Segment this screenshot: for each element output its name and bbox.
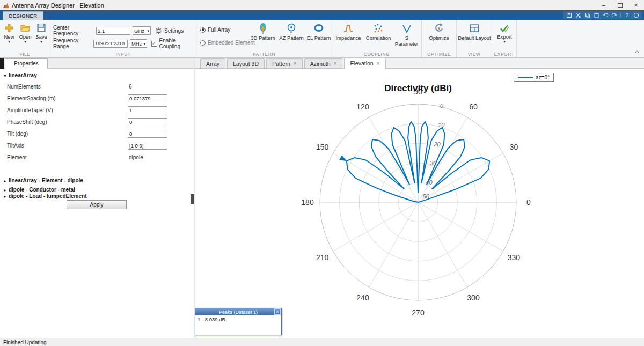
- quick-access-toolbar: ?: [563, 11, 642, 19]
- sparameter-icon: [401, 23, 412, 34]
- amplitudetaper-input[interactable]: [128, 106, 167, 114]
- correlation-button[interactable]: Correlation: [363, 23, 393, 41]
- 3d-pattern-button[interactable]: 3D Pattern: [250, 23, 276, 41]
- community-icon[interactable]: [632, 11, 640, 19]
- close-icon[interactable]: ×: [334, 61, 337, 67]
- correlation-icon: [373, 23, 384, 34]
- tab-elevation[interactable]: Elevation×: [344, 58, 385, 69]
- element-value[interactable]: dipole: [129, 154, 143, 160]
- settings-button[interactable]: Settings: [164, 28, 184, 34]
- file-section-label: FILE: [0, 51, 50, 57]
- close-button[interactable]: ×: [628, 0, 644, 10]
- apply-button[interactable]: Apply: [67, 200, 127, 209]
- group-header-load-lumpedelement[interactable]: ►dipole - Load - lumpedElement: [3, 193, 87, 199]
- ribbon-section-view: Default Layout VIEW: [457, 20, 492, 57]
- center-frequency-input[interactable]: [96, 27, 130, 35]
- svg-text:30: 30: [510, 143, 518, 151]
- open-button[interactable]: Open ▾: [18, 23, 33, 43]
- export-caret-icon: ▾: [503, 40, 506, 43]
- prop-row-tiltaxis: TiltAxis: [0, 142, 194, 150]
- prop-row-element: Element dipole: [0, 153, 194, 162]
- group-header-element-dipole[interactable]: ►linearArray - Element - dipole: [3, 178, 83, 183]
- tab-designer[interactable]: DESIGNER: [3, 11, 43, 20]
- copy-icon[interactable]: [583, 11, 591, 19]
- panel-splitter-handle[interactable]: [191, 194, 194, 204]
- close-icon: ×: [634, 1, 638, 9]
- tab-azimuth[interactable]: Azimuth×: [304, 58, 343, 68]
- new-caret-icon: ▾: [8, 40, 10, 43]
- save-button[interactable]: Save ▾: [34, 23, 49, 43]
- sparameter-button[interactable]: S Parameter: [393, 23, 420, 47]
- svg-text:240: 240: [356, 293, 369, 302]
- close-icon[interactable]: ×: [377, 61, 380, 67]
- svg-text:0: 0: [440, 102, 444, 109]
- svg-text:-10: -10: [436, 122, 445, 128]
- tab-pattern[interactable]: Pattern×: [266, 58, 303, 68]
- cut-icon[interactable]: [574, 11, 582, 19]
- undo-icon[interactable]: [601, 11, 610, 19]
- peaks-window[interactable]: Peaks (Dataset 1) × 1: -8.039 dB: [195, 308, 282, 335]
- prop-row-elementspacing: ElementSpacing (m): [0, 94, 194, 103]
- default-layout-button[interactable]: Default Layout: [457, 23, 492, 41]
- impedance-button[interactable]: Impedance: [334, 23, 362, 41]
- peaks-title-bar[interactable]: Peaks (Dataset 1) ×: [195, 308, 281, 315]
- tab-array[interactable]: Array: [200, 58, 225, 68]
- polar-plot[interactable]: 03060901201501802102402703003300-10-20-3…: [195, 69, 644, 338]
- embedded-element-radio[interactable]: Embedded Element: [200, 40, 255, 46]
- open-caret-icon: ▾: [24, 40, 26, 43]
- svg-text:180: 180: [301, 198, 314, 207]
- save-disk-icon: [36, 23, 47, 33]
- frequency-range-unit-dropdown[interactable]: MHz ▾: [130, 39, 147, 48]
- group-header-conductor-metal[interactable]: ►dipole - Conductor - metal: [3, 187, 75, 193]
- redo-icon[interactable]: [610, 11, 619, 19]
- default-layout-icon: [469, 23, 480, 34]
- enable-coupling-checkbox[interactable]: ✓: [151, 41, 157, 47]
- tab-layout-3d[interactable]: Layout 3D: [227, 58, 265, 68]
- save-icon[interactable]: [565, 11, 573, 19]
- elementspacing-input[interactable]: [128, 94, 167, 102]
- unit-caret-icon: ▾: [147, 30, 149, 32]
- plot-legend: az=0°: [514, 73, 554, 82]
- help-icon[interactable]: ?: [623, 11, 631, 19]
- optimize-section-label: OPTIMIZE: [422, 51, 456, 57]
- collapse-toolstrip-button[interactable]: [635, 50, 640, 54]
- status-bar: Finished Updating: [0, 338, 644, 346]
- ribbon-section-optimize: Optimize OPTIMIZE: [422, 20, 457, 57]
- window-controls: – ×: [596, 0, 644, 10]
- group-header-lineararray[interactable]: ▼linearArray: [3, 72, 37, 78]
- paste-icon[interactable]: [592, 11, 601, 19]
- close-icon[interactable]: ×: [294, 61, 297, 67]
- new-button[interactable]: New ▾: [2, 23, 17, 43]
- el-pattern-button[interactable]: EL Pattern: [306, 23, 331, 41]
- phaseshift-input[interactable]: [128, 118, 167, 126]
- svg-text:0: 0: [526, 198, 531, 207]
- tilt-input[interactable]: [128, 130, 167, 138]
- open-icon: [20, 23, 31, 33]
- maximize-button[interactable]: [612, 0, 628, 10]
- az-pattern-button[interactable]: AZ Pattern: [277, 23, 305, 41]
- optimize-button[interactable]: Optimize: [425, 23, 453, 41]
- expanded-icon: ▼: [3, 74, 7, 78]
- status-text: Finished Updating: [3, 340, 47, 345]
- radio-selected-icon: [200, 27, 206, 33]
- peaks-close-button[interactable]: ×: [274, 308, 281, 315]
- frequency-range-label: Frequency Range: [53, 38, 91, 49]
- prop-row-tilt: Tilt (deg): [0, 130, 194, 138]
- pattern-section-label: PATTERN: [196, 51, 332, 57]
- ribbon-section-pattern: Full Array Embedded Element 3D Pattern: [196, 20, 332, 57]
- maximize-icon: [618, 3, 623, 8]
- full-array-radio[interactable]: Full Array: [200, 27, 230, 33]
- unit-caret-icon: ▾: [144, 42, 146, 45]
- tab-properties[interactable]: Properties: [5, 58, 48, 69]
- main-area: Properties ▼linearArray NumElements 6 El…: [0, 58, 644, 338]
- svg-text:Directivity (dBi): Directivity (dBi): [384, 83, 452, 93]
- export-button[interactable]: Export ▾: [493, 23, 516, 43]
- frequency-range-input[interactable]: [93, 40, 128, 48]
- save-caret-icon: ▾: [40, 40, 42, 43]
- matlab-app-icon: [3, 2, 9, 9]
- center-frequency-unit-dropdown[interactable]: GHz ▾: [133, 26, 151, 35]
- tiltaxis-input[interactable]: [128, 142, 167, 150]
- svg-text:330: 330: [508, 253, 521, 262]
- minimize-button[interactable]: –: [596, 0, 612, 10]
- ribbon-section-coupling: Impedance Correlation S Parameter COUPLI…: [332, 20, 422, 57]
